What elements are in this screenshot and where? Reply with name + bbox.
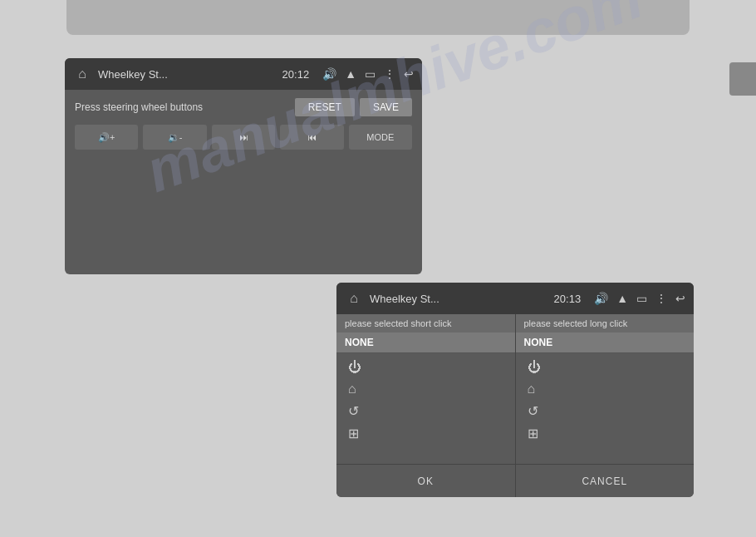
back-icon-1[interactable]: ↩ — [404, 67, 414, 81]
short-click-items: ⏻ ⌂ ↺ ⊞ — [336, 353, 515, 448]
vol-up-icon: 🔊+ — [98, 132, 115, 143]
menu-icon-1[interactable]: ⋮ — [384, 67, 395, 81]
controls-row: 🔊+ 🔉- ⏭ ⏮ MODE — [75, 125, 412, 150]
back-icon-2[interactable]: ↩ — [675, 292, 685, 305]
window-wheelkey-2: ⌂ Wheelkey St... 20:13 🔊 ▲ ▭ ⋮ ↩ please … — [336, 283, 694, 497]
titlebar-2: ⌂ Wheelkey St... 20:13 🔊 ▲ ▭ ⋮ ↩ — [336, 283, 694, 314]
time-1: 20:12 — [282, 68, 310, 81]
title-icons-1: 🔊 ▲ ▭ ⋮ ↩ — [322, 67, 414, 81]
app-name-1: Wheelkey St... — [98, 68, 276, 81]
mode-button[interactable]: MODE — [349, 125, 412, 150]
short-click-column: please selected short click NONE ⏻ ⌂ ↺ ⊞ — [336, 314, 516, 464]
long-power-item[interactable]: ⏻ — [516, 357, 695, 378]
dialog-body: please selected short click NONE ⏻ ⌂ ↺ ⊞… — [336, 314, 694, 464]
vol-down-icon: 🔉- — [168, 132, 183, 143]
short-power-item[interactable]: ⏻ — [336, 357, 515, 378]
long-back-item[interactable]: ↺ — [516, 400, 695, 422]
long-apps-item[interactable]: ⊞ — [516, 422, 695, 445]
short-apps-item[interactable]: ⊞ — [336, 422, 515, 445]
home-icon-2[interactable]: ⌂ — [345, 289, 363, 308]
time-2: 20:13 — [554, 293, 582, 305]
title-icons-2: 🔊 ▲ ▭ ⋮ ↩ — [594, 292, 685, 305]
top-decorative-bar — [66, 0, 690, 35]
home-icon-1[interactable]: ⌂ — [73, 65, 91, 83]
app-name-2: Wheelkey St... — [370, 293, 547, 305]
next-icon: ⏭ — [239, 132, 248, 142]
long-click-header: please selected long click — [516, 314, 695, 333]
dialog-footer: OK CANCEL — [336, 464, 694, 497]
triangle-icon-2[interactable]: ▲ — [616, 292, 628, 305]
reset-button[interactable]: RESET — [295, 98, 355, 116]
press-label: Press steering wheel buttons — [75, 101, 203, 113]
volume-icon-2[interactable]: 🔊 — [594, 292, 608, 305]
long-home-item[interactable]: ⌂ — [516, 378, 695, 400]
press-row: Press steering wheel buttons RESET SAVE — [75, 98, 412, 116]
vol-down-button[interactable]: 🔉- — [143, 125, 206, 150]
window1-content: Press steering wheel buttons RESET SAVE … — [65, 90, 422, 158]
ok-button[interactable]: OK — [336, 465, 515, 497]
cancel-button[interactable]: CANCEL — [515, 465, 695, 497]
volume-icon-1[interactable]: 🔊 — [322, 67, 336, 81]
action-buttons: RESET SAVE — [295, 98, 412, 116]
screen-icon-1[interactable]: ▭ — [365, 67, 376, 81]
menu-icon-2[interactable]: ⋮ — [655, 292, 667, 305]
right-side-bar — [729, 62, 756, 96]
long-click-items: ⏻ ⌂ ↺ ⊞ — [516, 353, 695, 448]
prev-button[interactable]: ⏮ — [280, 125, 343, 150]
triangle-icon-1[interactable]: ▲ — [345, 67, 356, 81]
window-wheelkey-1: ⌂ Wheelkey St... 20:12 🔊 ▲ ▭ ⋮ ↩ Press s… — [65, 58, 422, 274]
screen-icon-2[interactable]: ▭ — [636, 292, 647, 305]
next-button[interactable]: ⏭ — [212, 125, 275, 150]
short-click-selected[interactable]: NONE — [336, 333, 515, 353]
titlebar-1: ⌂ Wheelkey St... 20:12 🔊 ▲ ▭ ⋮ ↩ — [65, 58, 422, 90]
long-click-column: please selected long click NONE ⏻ ⌂ ↺ ⊞ — [516, 314, 695, 464]
short-home-item[interactable]: ⌂ — [336, 378, 515, 400]
prev-icon: ⏮ — [307, 132, 317, 142]
long-click-selected[interactable]: NONE — [516, 333, 695, 353]
mode-label: MODE — [366, 132, 394, 142]
vol-up-button[interactable]: 🔊+ — [75, 125, 138, 150]
short-click-header: please selected short click — [336, 314, 515, 333]
short-back-item[interactable]: ↺ — [336, 400, 515, 422]
save-button[interactable]: SAVE — [360, 98, 412, 116]
